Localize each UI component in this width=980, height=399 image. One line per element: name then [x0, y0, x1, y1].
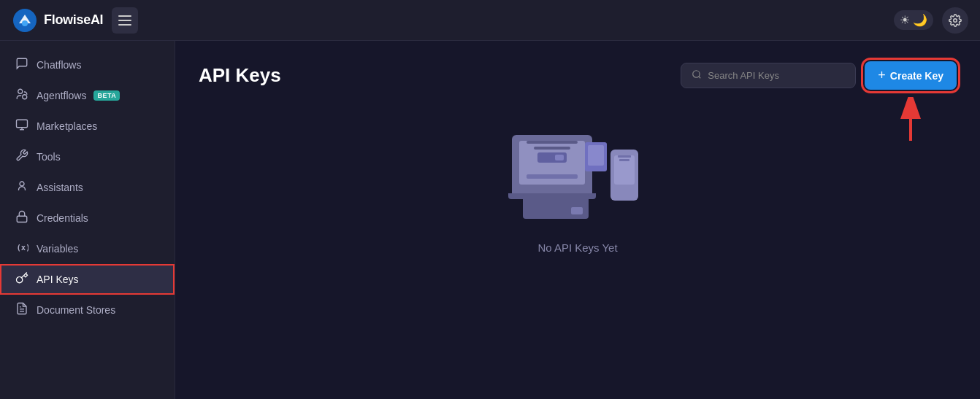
apikeys-icon	[15, 271, 29, 287]
svg-rect-12	[17, 216, 27, 222]
svg-point-1	[22, 20, 28, 26]
svg-point-7	[23, 95, 27, 99]
logo: FlowiseAI	[12, 7, 103, 34]
beta-badge: BETA	[93, 90, 120, 101]
layout: Chatflows Agentflows BETA Marketplaces	[0, 41, 980, 399]
logo-icon	[12, 7, 38, 34]
sidebar-label-apikeys: API Keys	[37, 274, 79, 285]
svg-rect-8	[17, 120, 28, 128]
empty-state: No API Keys Yet	[199, 113, 957, 254]
sidebar-label-assistants: Assistants	[37, 182, 83, 193]
sidebar-label-variables: Variables	[37, 243, 78, 255]
laptop-screen	[519, 141, 585, 185]
assistants-icon	[15, 179, 29, 195]
agentflows-icon	[15, 88, 29, 104]
topbar-left: FlowiseAI	[12, 7, 138, 34]
sun-icon: ☀	[900, 13, 910, 27]
svg-point-5	[954, 18, 957, 22]
hamburger-icon	[118, 15, 131, 26]
topbar: FlowiseAI ☀ 🌙	[0, 0, 980, 41]
svg-point-16	[693, 71, 700, 77]
tablet-shape	[585, 142, 607, 171]
search-box	[681, 63, 856, 88]
variables-icon: (x)	[15, 241, 29, 257]
sidebar-item-credentials[interactable]: Credentials	[0, 203, 175, 233]
moon-icon: 🌙	[913, 13, 927, 27]
sidebar-item-apikeys[interactable]: API Keys	[0, 264, 175, 295]
small-screen-shape	[523, 193, 589, 219]
sidebar-label-credentials: Credentials	[37, 212, 88, 224]
page-header: API Keys + Create Key	[199, 61, 957, 90]
sidebar-item-assistants[interactable]: Assistants	[0, 172, 175, 203]
search-icon	[692, 69, 702, 82]
sidebar-label-agentflows: Agentflows	[37, 90, 86, 101]
svg-text:(x): (x)	[17, 243, 29, 252]
svg-rect-2	[118, 15, 131, 17]
arrow-annotation	[900, 97, 922, 148]
logo-text: FlowiseAI	[44, 12, 103, 28]
theme-toggle-button[interactable]: ☀ 🌙	[894, 10, 933, 30]
sidebar-label-tools: Tools	[37, 151, 61, 163]
search-input[interactable]	[708, 70, 845, 81]
header-actions: + Create Key	[681, 61, 957, 90]
create-key-wrapper: + Create Key	[865, 61, 957, 90]
topbar-right: ☀ 🌙	[894, 7, 968, 34]
plus-icon: +	[878, 68, 886, 83]
sidebar-item-variables[interactable]: (x) Variables	[0, 233, 175, 264]
chatflows-icon	[15, 57, 29, 73]
empty-state-text: No API Keys Yet	[537, 241, 617, 254]
sidebar: Chatflows Agentflows BETA Marketplaces	[0, 41, 175, 399]
credentials-icon	[15, 210, 29, 226]
menu-button[interactable]	[112, 7, 138, 34]
phone-shape	[610, 150, 638, 201]
sidebar-item-docstores[interactable]: Document Stores	[0, 295, 175, 325]
page-title: API Keys	[199, 64, 281, 87]
up-arrow-icon	[900, 97, 922, 148]
create-key-label: Create Key	[890, 70, 943, 82]
sidebar-item-chatflows[interactable]: Chatflows	[0, 50, 175, 80]
empty-illustration	[505, 128, 651, 230]
sidebar-item-agentflows[interactable]: Agentflows BETA	[0, 80, 175, 111]
sidebar-label-docstores: Document Stores	[37, 304, 115, 316]
tools-icon	[15, 149, 29, 165]
svg-point-11	[20, 182, 24, 186]
gear-icon	[949, 14, 962, 27]
main-content: API Keys + Create Key	[175, 41, 980, 399]
svg-point-6	[18, 89, 23, 93]
create-key-button[interactable]: + Create Key	[865, 61, 957, 90]
svg-rect-4	[118, 24, 131, 26]
sidebar-item-marketplaces[interactable]: Marketplaces	[0, 111, 175, 142]
marketplaces-icon	[15, 118, 29, 134]
docstores-icon	[15, 302, 29, 318]
sidebar-label-marketplaces: Marketplaces	[37, 120, 97, 132]
svg-line-17	[699, 77, 701, 79]
settings-button[interactable]	[942, 7, 968, 34]
sidebar-label-chatflows: Chatflows	[37, 59, 81, 71]
laptop-shape	[512, 135, 592, 193]
sidebar-item-tools[interactable]: Tools	[0, 142, 175, 172]
svg-rect-3	[118, 20, 131, 21]
phone-screen	[614, 155, 635, 185]
